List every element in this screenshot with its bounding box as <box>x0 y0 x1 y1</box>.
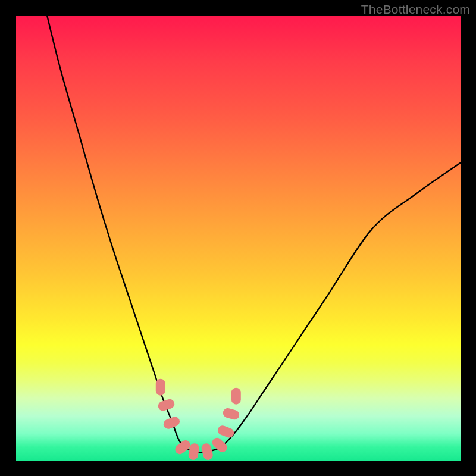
marker-capsule <box>231 388 241 405</box>
bottleneck-curve <box>47 16 461 452</box>
watermark-text: TheBottleneck.com <box>361 2 470 17</box>
curve-svg <box>16 16 461 461</box>
marker-capsule <box>210 436 228 455</box>
marker-capsule <box>162 415 181 430</box>
highlighted-points <box>156 379 241 461</box>
plot-area <box>16 16 461 461</box>
marker-capsule <box>157 398 176 412</box>
marker-capsule <box>201 443 214 461</box>
marker-capsule <box>222 407 240 421</box>
marker-capsule <box>217 424 236 439</box>
marker-capsule <box>156 379 165 396</box>
chart-frame: TheBottleneck.com <box>0 0 476 476</box>
